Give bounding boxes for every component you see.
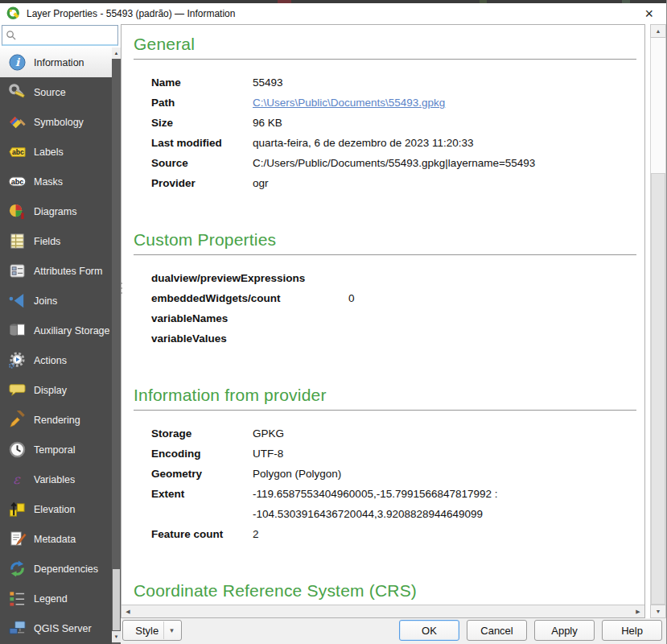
svg-text:abc: abc (12, 148, 24, 156)
sidebar: i Information Source Symbology abc Label… (0, 47, 121, 644)
section-divider (134, 59, 636, 60)
dialog-button-bar: Style ▾ OK Cancel Apply Help (121, 618, 666, 644)
metadata-icon (6, 530, 27, 549)
sidebar-item-joins[interactable]: Joins (0, 286, 112, 316)
sidebar-item-label: Dependencies (34, 564, 98, 575)
panel-splitter[interactable] (119, 283, 123, 315)
sidebar-scrollbar-thumb[interactable] (113, 569, 120, 630)
joins-icon (6, 291, 27, 311)
close-icon[interactable]: × (636, 6, 661, 21)
horizontal-scrollbar-track[interactable] (134, 605, 632, 617)
sidebar-item-fields[interactable]: Fields (0, 226, 112, 256)
sidebar-item-elevation[interactable]: Elevation (0, 494, 112, 524)
info-section: Custom Properties dualview/previewExpres… (134, 230, 638, 349)
property-label: Source (151, 153, 253, 173)
sidebar-item-information[interactable]: i Information (0, 47, 121, 77)
sidebar-item-temporal[interactable]: Temporal (0, 435, 112, 464)
sidebar-item-label: QGIS Server (34, 623, 92, 634)
horizontal-scrollbar[interactable]: ◀ ▶ (121, 605, 644, 617)
sidebar-item-label: Attributes Form (34, 266, 102, 277)
sidebar-item-display[interactable]: Display (0, 375, 112, 405)
scroll-right-icon[interactable]: ▶ (632, 605, 644, 617)
property-row: Storage GPKG (151, 423, 638, 444)
sidebar-item-diagrams[interactable]: Diagrams (0, 196, 112, 226)
sidebar-item-attributes-form[interactable]: Attributes Form (0, 256, 112, 286)
source-icon (6, 83, 27, 102)
masks-icon: abc (6, 172, 27, 192)
ok-button[interactable]: OK (399, 620, 459, 641)
sidebar-item-label: Legend (34, 593, 68, 605)
property-value: GPKG (253, 423, 284, 444)
information-icon: i (6, 53, 27, 72)
sidebar-item-masks[interactable]: abc Masks (0, 167, 112, 196)
chevron-down-icon[interactable]: ▾ (163, 621, 174, 639)
sidebar-item-source[interactable]: Source (0, 77, 112, 107)
titlebar-edge-artifact (622, 0, 630, 3)
svg-text:ε: ε (13, 472, 21, 487)
sidebar-item-label: Auxiliary Storage (34, 325, 110, 336)
apply-button[interactable]: Apply (534, 620, 595, 641)
sidebar-item-labels[interactable]: abc Labels (0, 137, 112, 167)
property-value: 55493 (253, 72, 283, 93)
property-row: embeddedWidgets/count 0 (151, 288, 638, 308)
variables-icon: ε (6, 470, 27, 489)
window-edge-strip (0, 0, 666, 3)
sidebar-item-legend[interactable]: Legend (0, 584, 112, 613)
titlebar-edge-artifact (480, 0, 487, 3)
scroll-up-icon[interactable]: ▲ (112, 47, 121, 59)
property-value: 2 (253, 524, 259, 544)
cancel-button[interactable]: Cancel (467, 620, 527, 641)
sidebar-item-auxiliary-storage[interactable]: Auxiliary Storage (0, 316, 112, 345)
sidebar-search[interactable] (2, 25, 118, 46)
search-icon (6, 30, 16, 40)
sidebar-item-metadata[interactable]: Metadata (0, 524, 112, 554)
qgis-server-icon (6, 619, 27, 638)
search-input[interactable] (16, 30, 114, 41)
path-link[interactable]: C:\Users\Public\Documents\55493.gpkg (253, 93, 445, 113)
window-title: Layer Properties - 55493 (padrão) — Info… (27, 8, 636, 19)
section-title: Custom Properties (134, 230, 638, 250)
style-button[interactable]: Style ▾ (122, 620, 182, 641)
info-section: Coordinate Reference System (CRS) (134, 581, 638, 601)
sidebar-scrollbar[interactable]: ▲ ▼ (112, 47, 121, 644)
property-label: Provider (151, 173, 253, 193)
sidebar-item-actions[interactable]: Actions (0, 345, 112, 375)
scroll-down-icon[interactable]: ▼ (650, 605, 666, 618)
content-panel: General Name 55493 Path C:\Users\Public\… (121, 24, 645, 618)
fields-icon (6, 232, 27, 251)
vertical-scrollbar[interactable]: ▲ ▼ (650, 24, 666, 618)
qgis-logo-icon (6, 6, 21, 21)
sidebar-item-label: Diagrams (34, 206, 77, 217)
layer-properties-dialog: Layer Properties - 55493 (padrão) — Info… (0, 0, 667, 644)
scroll-left-icon[interactable]: ◀ (121, 605, 134, 617)
property-value: UTF-8 (253, 444, 283, 464)
sidebar-item-rendering[interactable]: Rendering (0, 405, 112, 435)
dependencies-icon (6, 559, 27, 579)
sidebar-item-dependencies[interactable]: Dependencies (0, 554, 112, 584)
property-row: variableValues (151, 328, 638, 349)
property-row: Provider ogr (151, 173, 638, 193)
sidebar-item-label: Symbology (34, 117, 84, 128)
info-section: Information from provider Storage GPKG E… (134, 386, 638, 544)
property-label: variableNames (151, 308, 348, 328)
section-title: General (134, 35, 638, 54)
information-page: General Name 55493 Path C:\Users\Public\… (121, 25, 644, 605)
scroll-up-icon[interactable]: ▲ (650, 24, 666, 38)
property-row: Name 55493 (151, 72, 638, 93)
sidebar-item-symbology[interactable]: Symbology (0, 107, 112, 137)
sidebar-item-label: Joins (34, 295, 57, 307)
property-row: variableNames (151, 308, 638, 328)
vertical-scrollbar-track[interactable] (650, 38, 666, 605)
sidebar-item-label: Actions (34, 355, 67, 366)
display-icon (6, 381, 27, 400)
sidebar-item-qgis-server[interactable]: QGIS Server (0, 613, 112, 643)
scroll-down-icon[interactable]: ▼ (112, 631, 121, 642)
property-value: 96 KB (253, 113, 282, 133)
help-button[interactable]: Help (602, 620, 662, 641)
vertical-scrollbar-thumb[interactable] (651, 173, 665, 605)
auxiliary-storage-icon (6, 321, 27, 341)
sidebar-item-label: Rendering (34, 415, 80, 426)
property-row: dualview/previewExpressions (151, 268, 638, 288)
svg-text:abc: abc (10, 178, 23, 186)
sidebar-item-variables[interactable]: ε Variables (0, 464, 112, 494)
